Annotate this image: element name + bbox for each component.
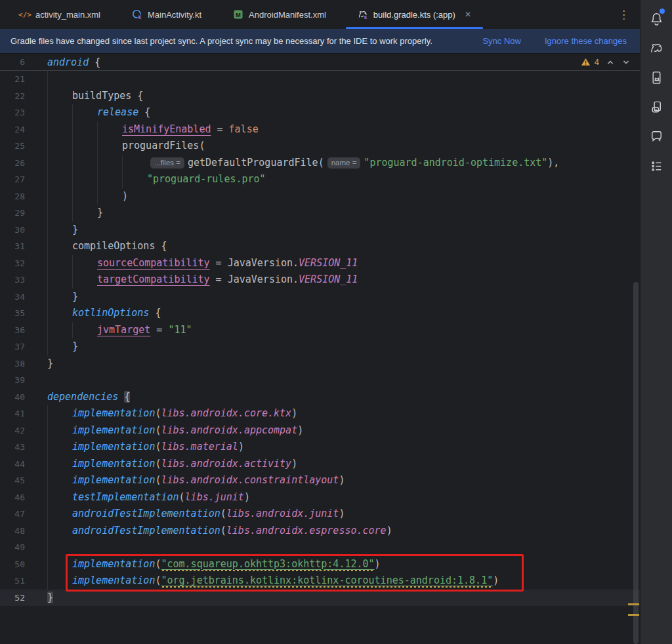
code-line[interactable]: 27"proguard-rules.pro" [0, 171, 640, 188]
indent-guide [72, 171, 97, 188]
sticky-header-line[interactable]: 6 android { 4 [0, 53, 640, 71]
code-token: proguardFiles( [122, 140, 205, 151]
code-line[interactable]: 33targetCompatibility = JavaVersion.VERS… [0, 272, 640, 289]
code-line[interactable]: 23release { [0, 104, 640, 121]
code-line[interactable]: 43implementation(libs.material) [0, 439, 640, 456]
running-devices-icon[interactable] [643, 63, 669, 92]
editor-scrollbar[interactable] [633, 282, 639, 644]
code-line[interactable]: 35kotlinOptions { [0, 305, 640, 322]
code-line[interactable]: 44implementation(libs.androidx.activity) [0, 456, 640, 473]
indent-guide [47, 556, 72, 573]
line-number: 33 [0, 272, 47, 289]
warning-stripe-mark[interactable] [628, 603, 639, 605]
code-token: ( [220, 525, 226, 536]
code-token: = [150, 324, 168, 336]
code-token: ) [122, 190, 128, 202]
structure-list-icon[interactable] [643, 151, 669, 181]
code-line[interactable]: 37} [0, 338, 640, 355]
tab-activity-main-xml[interactable]: </> activity_main.xml [4, 0, 116, 29]
indent-guide [97, 155, 122, 172]
code-line[interactable]: 26...files =getDefaultProguardFile(name … [0, 155, 640, 172]
code-line[interactable]: 25proguardFiles( [0, 138, 640, 155]
indent-guide [72, 255, 97, 272]
code-line-content: } [47, 205, 640, 222]
tab-options-menu-icon[interactable]: ⋮ [618, 9, 629, 20]
code-token: implementation [72, 458, 155, 470]
code-line[interactable]: 29} [0, 205, 640, 222]
code-token: ) [238, 441, 244, 453]
tab-label: MainActivity.kt [148, 10, 201, 20]
line-number: 50 [0, 556, 47, 573]
code-token: sourceCompatibility [97, 257, 210, 269]
code-line[interactable]: 40dependencies { [0, 389, 640, 406]
code-line[interactable]: 48androidTestImplementation(libs.android… [0, 523, 640, 540]
line-number: 42 [0, 422, 47, 439]
code-token: targetCompatibility [97, 273, 210, 285]
code-line[interactable]: 46testImplementation(libs.junit) [0, 489, 640, 506]
notification-badge [660, 9, 665, 14]
code-line[interactable]: 39 [0, 372, 640, 389]
code-token: ) [493, 574, 499, 586]
line-number: 25 [0, 138, 47, 155]
warning-count: 4 [595, 57, 599, 67]
code-line[interactable]: 50implementation("com.squareup.okhttp3:o… [0, 556, 640, 573]
code-line-content: "proguard-rules.pro" [47, 171, 640, 188]
code-line[interactable]: 49 [0, 539, 640, 556]
code-line-content: kotlinOptions { [47, 305, 640, 322]
code-area[interactable]: 2122buildTypes {23release {24isMinifyEna… [0, 71, 640, 606]
notifications-bell-icon[interactable] [643, 4, 669, 33]
code-line[interactable]: 42implementation(libs.androidx.appcompat… [0, 422, 640, 439]
code-token: buildTypes { [72, 90, 143, 102]
code-line-content: } [47, 355, 640, 372]
code-line[interactable]: 30} [0, 222, 640, 239]
indent-guide [47, 71, 72, 88]
close-tab-icon[interactable]: ✕ [465, 10, 471, 19]
code-line[interactable]: 22buildTypes { [0, 88, 640, 105]
gradle-icon[interactable] [643, 33, 669, 63]
code-line-content: androidTestImplementation(libs.androidx.… [47, 506, 640, 523]
indent-guide [47, 238, 72, 255]
code-line-content: implementation(libs.androidx.activity) [47, 456, 640, 473]
code-line[interactable]: 47androidTestImplementation(libs.android… [0, 506, 640, 523]
ignore-changes-button[interactable]: Ignore these changes [545, 36, 627, 46]
warning-stripe-mark[interactable] [628, 614, 639, 616]
code-line[interactable]: 36jvmTarget = "11" [0, 322, 640, 339]
device-manager-icon[interactable] [643, 92, 669, 122]
code-token: } [72, 340, 78, 352]
code-token: libs.androidx.core.ktx [161, 407, 291, 419]
code-token: ) [339, 474, 345, 486]
code-line[interactable]: 24isMinifyEnabled = false [0, 121, 640, 138]
tab-androidmanifest-xml[interactable]: M AndroidManifest.xml [217, 0, 342, 29]
warning-triangle-icon [581, 57, 591, 67]
code-line[interactable]: 52} [0, 590, 640, 607]
code-line-content: proguardFiles( [47, 138, 640, 155]
indent-guide [122, 171, 147, 188]
ai-assistant-chat-icon[interactable] [643, 122, 669, 151]
indent-guide [47, 489, 72, 506]
previous-warning-chevron-icon[interactable] [606, 58, 615, 67]
code-token: ) [291, 407, 297, 419]
code-line[interactable]: 28) [0, 188, 640, 205]
code-line-content [47, 539, 640, 556]
tab-mainactivity-kt[interactable]: K MainActivity.kt [116, 0, 217, 29]
code-line[interactable]: 21 [0, 71, 640, 88]
tab-build-gradle-kts[interactable]: K build.gradle.kts (:app) ✕ [342, 0, 487, 29]
code-line[interactable]: 38} [0, 355, 640, 372]
code-line[interactable]: 41implementation(libs.androidx.core.ktx) [0, 405, 640, 422]
kotlin-class-icon: K [132, 9, 142, 20]
code-line-content: } [47, 289, 640, 306]
code-line[interactable]: 32sourceCompatibility = JavaVersion.VERS… [0, 255, 640, 272]
code-token: implementation [72, 407, 155, 419]
code-token: false [229, 123, 259, 135]
sync-now-button[interactable]: Sync Now [482, 36, 521, 46]
code-line[interactable]: 31compileOptions { [0, 238, 640, 255]
line-number: 41 [0, 405, 47, 422]
code-line[interactable]: 51implementation("org.jetbrains.kotlinx:… [0, 573, 640, 590]
code-token: { [89, 56, 100, 68]
code-editor[interactable]: 6 android { 4 2122buildTypes {23release … [0, 53, 640, 644]
code-line[interactable]: 45implementation(libs.androidx.constrain… [0, 472, 640, 489]
line-number: 45 [0, 472, 47, 489]
next-warning-chevron-icon[interactable] [621, 58, 631, 67]
line-number: 22 [0, 88, 47, 105]
code-line[interactable]: 34} [0, 289, 640, 306]
